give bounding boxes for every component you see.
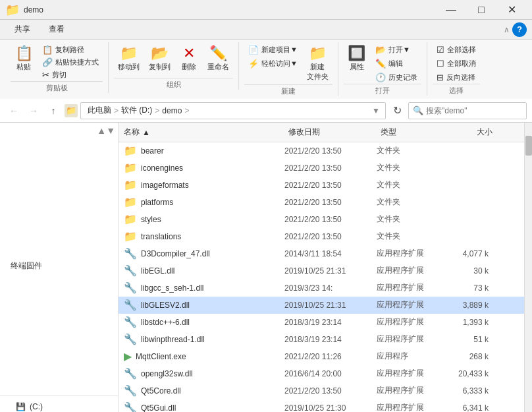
file-pane: 名称 ▲ 修改日期 类型 大小 📁 bearer 2021/2/20 13:50… <box>119 123 524 412</box>
edit-button[interactable]: ✏️ 编辑 <box>371 57 421 70</box>
col-header-name[interactable]: 名称 ▲ <box>124 124 288 140</box>
file-row[interactable]: 🔧 libGLESV2.dll 2019/10/25 21:31 应用程序扩展 … <box>119 297 524 314</box>
path-this-pc[interactable]: 此电脑 <box>86 105 113 116</box>
file-name-cell: 🔧 libstdc++-6.dll <box>124 316 284 328</box>
copy-path-button[interactable]: 📋 复制路径 <box>38 44 103 56</box>
delete-icon: ✕ <box>183 46 195 61</box>
select-none-button[interactable]: ☐ 全部取消 <box>433 57 480 70</box>
delete-button[interactable]: ✕ 删除 <box>176 44 202 74</box>
file-name: libstdc++-6.dll <box>141 318 190 327</box>
paste-shortcut-button[interactable]: 🔗 粘贴快捷方式 <box>38 56 103 69</box>
history-button[interactable]: 🕐 历史记录 <box>371 71 421 84</box>
tab-share[interactable]: 共享 <box>5 20 40 39</box>
ribbon-group-select: ☑ 全部选择 ☐ 全部取消 ⊟ 反向选择 选择 <box>427 42 485 96</box>
new-item-button[interactable]: 📄 新建项目▼ <box>244 44 302 56</box>
paste-icon: 📋 <box>15 46 33 61</box>
delete-label: 删除 <box>182 62 196 72</box>
file-row[interactable]: 📁 bearer 2021/2/20 13:50 文件夹 <box>119 142 524 160</box>
file-type: 文件夹 <box>377 196 436 208</box>
nav-c-drive[interactable]: 💾 (C:) <box>5 399 113 412</box>
title-bar: 📁 demo — □ ✕ <box>0 0 532 20</box>
file-date: 2021/2/20 11:26 <box>284 352 377 361</box>
cut-button[interactable]: ✂ 剪切 <box>38 69 103 81</box>
file-name-cell: 🔧 Qt5Gui.dll <box>124 401 284 412</box>
col-header-type[interactable]: 类型 <box>381 124 440 140</box>
up-button[interactable]: ↑ <box>45 102 62 119</box>
col-header-size[interactable]: 大小 <box>440 124 492 140</box>
select-all-button[interactable]: ☑ 全部选择 <box>433 44 480 56</box>
tab-view[interactable]: 查看 <box>40 20 74 39</box>
help-button[interactable]: ? <box>512 22 527 37</box>
path-drive[interactable]: 软件 (D:) <box>120 105 153 116</box>
rename-button[interactable]: ✏️ 重命名 <box>203 44 233 74</box>
file-type: 应用程序扩展 <box>377 248 436 259</box>
scrollbar-track[interactable] <box>524 123 532 412</box>
file-row[interactable]: 📁 iconengines 2021/2/20 13:50 文件夹 <box>119 160 524 177</box>
file-row[interactable]: 🔧 Qt5Gui.dll 2019/10/25 21:30 应用程序扩展 6,3… <box>119 399 524 412</box>
file-row[interactable]: 📁 translations 2021/2/20 13:50 文件夹 <box>119 228 524 245</box>
path-dropdown-icon[interactable]: ▼ <box>372 106 380 115</box>
panel-down-arrow[interactable]: ▼ <box>106 125 115 136</box>
file-row[interactable]: 📁 imageformats 2021/2/20 13:50 文件夹 <box>119 177 524 194</box>
terminal-label: 终端固件 <box>11 260 42 272</box>
close-button[interactable]: ✕ <box>496 0 527 20</box>
new-item-icon: 📄 <box>248 45 259 55</box>
file-row[interactable]: 🔧 libwinpthread-1.dll 2018/3/19 23:14 应用… <box>119 331 524 348</box>
copy-to-button[interactable]: 📂 复制到 <box>145 44 174 74</box>
file-date: 2021/2/20 13:50 <box>284 181 377 190</box>
file-type: 应用程序扩展 <box>377 282 436 293</box>
refresh-button[interactable]: ↻ <box>388 102 406 119</box>
maximize-button[interactable]: □ <box>466 0 496 20</box>
file-date: 2021/2/20 13:50 <box>284 146 377 156</box>
file-name: libEGL.dll <box>141 266 174 276</box>
back-button[interactable]: ← <box>5 102 22 119</box>
file-row[interactable]: 🔧 opengl32sw.dll 2016/6/14 20:00 应用程序扩展 … <box>119 365 524 382</box>
address-path[interactable]: 此电脑 > 软件 (D:) > demo > ▼ <box>80 102 386 119</box>
left-panel: ▲ ▼ 终端固件 💾 (C:) <box>0 123 119 412</box>
clipboard-sub: 📋 复制路径 🔗 粘贴快捷方式 ✂ 剪切 <box>38 44 103 81</box>
open-button[interactable]: 📂 打开▼ <box>371 44 421 56</box>
file-type: 文件夹 <box>377 179 436 191</box>
dll-icon: 🔧 <box>124 384 137 397</box>
invert-select-button[interactable]: ⊟ 反向选择 <box>433 71 480 84</box>
new-folder-label: 新建文件夹 <box>307 62 329 82</box>
panel-up-arrow[interactable]: ▲ <box>97 125 106 136</box>
search-box[interactable]: 🔍 <box>408 102 527 119</box>
file-row[interactable]: 🔧 D3Dcompiler_47.dll 2014/3/11 18:54 应用程… <box>119 245 524 262</box>
path-demo[interactable]: demo <box>161 106 183 115</box>
easy-access-button[interactable]: ⚡ 轻松访问▼ <box>244 57 302 70</box>
folder-icon: 📁 <box>124 213 137 225</box>
file-row[interactable]: 📁 platforms 2021/2/20 13:50 文件夹 <box>119 194 524 211</box>
new-folder-button[interactable]: 📁 新建文件夹 <box>303 44 332 84</box>
file-row[interactable]: 📁 styles 2021/2/20 13:50 文件夹 <box>119 211 524 228</box>
file-type: 应用程序 <box>377 351 436 362</box>
minimize-button[interactable]: — <box>436 0 466 20</box>
file-type: 文件夹 <box>377 214 436 225</box>
c-drive-icon: 💾 <box>16 402 26 411</box>
move-to-button[interactable]: 📁 移动到 <box>114 44 144 74</box>
ribbon-collapse-arrow[interactable]: ∧ <box>504 25 510 34</box>
file-row[interactable]: 🔧 Qt5Core.dll 2021/2/20 13:50 应用程序扩展 6,3… <box>119 382 524 399</box>
file-name: D3Dcompiler_47.dll <box>141 249 210 258</box>
file-row[interactable]: 🔧 libEGL.dll 2019/10/25 21:31 应用程序扩展 30 … <box>119 262 524 280</box>
file-name: libgcc_s_seh-1.dll <box>141 283 203 293</box>
paste-button[interactable]: 📋 粘贴 <box>11 44 37 74</box>
select-group-label: 选择 <box>433 84 480 96</box>
nav-terminal-firmware[interactable]: 终端固件 <box>0 257 50 275</box>
file-date: 2021/2/20 13:50 <box>284 232 377 241</box>
folder-icon: 📁 <box>124 162 137 174</box>
scrollbar-thumb[interactable] <box>525 136 532 156</box>
file-row[interactable]: 🔧 libstdc++-6.dll 2018/3/19 23:14 应用程序扩展… <box>119 314 524 331</box>
file-name-cell: ▶ MqttClient.exe <box>124 350 284 363</box>
edit-icon: ✏️ <box>375 59 386 69</box>
file-date: 2021/2/20 13:50 <box>284 198 377 207</box>
properties-button[interactable]: 🔲 属性 <box>344 44 370 74</box>
forward-button[interactable]: → <box>25 102 42 119</box>
file-row[interactable]: 🔧 libgcc_s_seh-1.dll 2019/3/23 14: 应用程序扩… <box>119 280 524 297</box>
search-input[interactable] <box>426 106 525 115</box>
file-name: imageformats <box>141 181 189 190</box>
file-type: 应用程序扩展 <box>377 316 436 328</box>
file-row[interactable]: ▶ MqttClient.exe 2021/2/20 11:26 应用程序 26… <box>119 348 524 365</box>
ribbon-group-new: 📄 新建项目▼ ⚡ 轻松访问▼ 📁 新建文件夹 新建 <box>239 42 338 96</box>
col-header-date[interactable]: 修改日期 <box>288 124 381 140</box>
